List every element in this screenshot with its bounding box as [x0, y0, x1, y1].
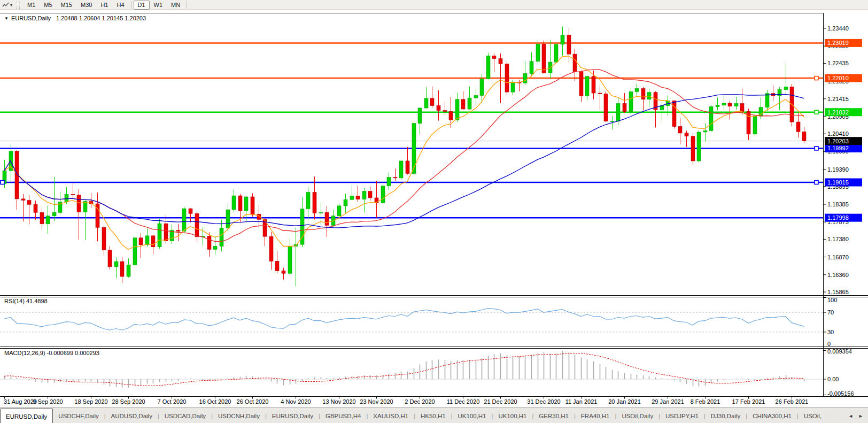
line-marker[interactable] [815, 110, 818, 114]
candle-body [306, 193, 310, 209]
candle-body [536, 44, 540, 61]
timeframe-toolbar: M1M5M15M30H1H4D1W1MN [23, 0, 189, 10]
candle-body [449, 112, 453, 120]
tab-scroll-left-icon[interactable]: ◄ [846, 412, 856, 420]
candle-body [182, 209, 186, 231]
candle-body [598, 93, 602, 94]
macd-axis-label: 0.00 [827, 376, 839, 382]
candle-body [40, 212, 44, 224]
candle-body [244, 197, 248, 211]
chart-tab-ger30-h1[interactable]: GER30,H1 [533, 408, 574, 423]
chart-tab-bar: EURUSD,DailyUSDCHF,Daily|AUDUSD,Daily|US… [0, 407, 868, 423]
chart-tab-dj30-daily[interactable]: DJ30,Daily [706, 408, 746, 423]
chart-symbol-period: EURUSD,Daily [11, 15, 51, 21]
chart-tab-fra40-h1[interactable]: FRA40,H1 [576, 408, 615, 423]
chart-tab-xauusd-h1[interactable]: XAUUSD,H1 [368, 408, 414, 423]
line-marker[interactable] [815, 76, 818, 80]
chart-tab-gbpusd-h4[interactable]: GBPUSD,H4 [320, 408, 366, 423]
date-axis-label: 16 Oct 2020 [199, 398, 231, 405]
candle-body [127, 265, 130, 276]
candle-body [716, 105, 719, 107]
price-axis-label: 1.21415 [827, 96, 849, 102]
candle-body [709, 106, 713, 130]
chart-tool-icon [2, 2, 9, 9]
candle-body [530, 61, 533, 74]
date-axis-label: 4 Nov 2020 [281, 398, 311, 405]
candle-body [424, 98, 428, 108]
candle-body [102, 227, 106, 250]
toolbar-grip[interactable] [17, 2, 20, 9]
candle-body [108, 250, 112, 267]
date-axis-label: 31 Aug 2020 [4, 398, 37, 405]
line-marker[interactable] [815, 147, 818, 150]
chart-tab-china300-h1[interactable]: CHINA300,H1 [747, 408, 797, 423]
chevron-down-icon[interactable]: ▾ [10, 3, 12, 7]
chart-tab-usdcad-daily[interactable]: USDCAD,Daily [159, 408, 211, 423]
candle-body [455, 99, 459, 120]
tab-scroll-right-icon[interactable]: ► [856, 412, 866, 420]
candle-body [406, 161, 409, 173]
line-marker[interactable] [1, 180, 4, 184]
chart-tab-usoil-daily[interactable]: USOil,Daily [616, 408, 658, 423]
chart-tab-audusd-daily[interactable]: AUDUSD,Daily [106, 408, 158, 423]
tab-scroll-arrows: ◄ ► [846, 408, 868, 423]
candle-body [499, 59, 502, 64]
candle-body [145, 236, 149, 245]
timeframe-button-h1[interactable]: H1 [96, 1, 112, 10]
candle-body [796, 122, 800, 132]
chart-canvas[interactable]: 1.234401.229301.224351.219251.214151.209… [0, 0, 868, 407]
candle-body [350, 196, 354, 200]
chart-tab-eurusd-daily[interactable]: EURUSD,Daily [0, 409, 53, 423]
candle-body [672, 101, 676, 126]
candle-body [151, 236, 155, 247]
timeframe-button-m30[interactable]: M30 [76, 1, 96, 10]
chart-tool-button[interactable]: ▾ [0, 2, 14, 9]
line-marker[interactable] [815, 180, 818, 184]
candle-body [468, 98, 471, 109]
candle-body [34, 204, 37, 212]
chart-tab-uk100-h1[interactable]: UK100,H1 [453, 408, 492, 423]
date-axis-label: 8 Feb 2021 [691, 398, 720, 405]
candle-body [542, 44, 546, 73]
date-axis-label: 26 Feb 2021 [776, 398, 809, 405]
chart-tab-hk50-h1[interactable]: HK50,H1 [415, 408, 451, 423]
price-axis-label: 1.23440 [827, 25, 849, 32]
timeframe-button-mn[interactable]: MN [167, 1, 184, 10]
timeframe-button-m15[interactable]: M15 [57, 1, 76, 10]
chart-tab-usoil[interactable]: USOil, [799, 408, 827, 423]
candle-body [685, 133, 688, 136]
timeframe-button-d1[interactable]: D1 [134, 1, 150, 10]
chart-background [0, 10, 868, 407]
candle-body [282, 271, 285, 274]
timeframe-button-m1[interactable]: M1 [23, 1, 40, 10]
candle-body [461, 99, 465, 109]
rsi-axis-label: 0 [827, 341, 831, 347]
timeframe-button-h4[interactable]: H4 [112, 1, 128, 10]
date-axis-label: 20 Jan 2021 [608, 398, 641, 405]
candle-body [9, 151, 13, 171]
chart-tab-uk100-h1[interactable]: UK100,H1 [493, 408, 532, 423]
toolbar-separator [131, 1, 131, 9]
date-axis-label: 31 Dec 2020 [527, 398, 560, 405]
candle-body [443, 111, 447, 112]
candle-body [65, 194, 68, 202]
candle-body [251, 197, 254, 214]
timeframe-button-w1[interactable]: W1 [150, 1, 167, 10]
chart-tab-eurusd-daily[interactable]: EURUSD,Daily [267, 408, 319, 423]
candle-body [52, 212, 56, 216]
candle-body [418, 108, 422, 124]
candle-body [220, 228, 223, 247]
dropdown-icon[interactable]: ▼ [4, 16, 9, 21]
candle-body [288, 246, 292, 273]
candle-body [77, 195, 81, 212]
candle-body [616, 104, 620, 121]
date-axis-label: 13 Nov 2020 [322, 398, 355, 405]
chart-tab-usdcnh-daily[interactable]: USDCNH,Daily [213, 408, 265, 423]
timeframe-button-m5[interactable]: M5 [40, 1, 56, 10]
price-axis-label: 1.22435 [827, 60, 849, 66]
chart-tab-usdjpy-h1[interactable]: USDJPY,H1 [660, 408, 704, 423]
chart-tab-usdchf-daily[interactable]: USDCHF,Daily [53, 408, 104, 423]
candle-body [226, 210, 230, 228]
toolbar-separator [187, 1, 187, 9]
rsi-axis-label: 30 [827, 329, 834, 335]
